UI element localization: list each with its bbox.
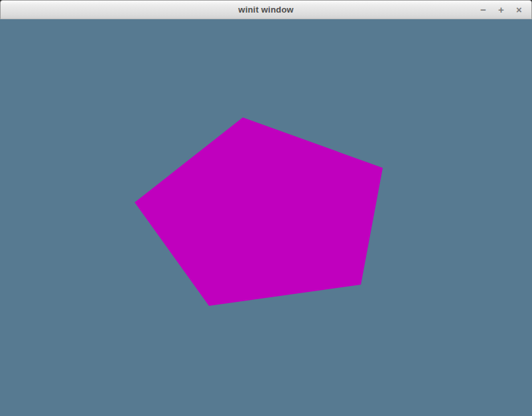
- maximize-button[interactable]: +: [495, 3, 507, 17]
- titlebar[interactable]: winit window − + ×: [0, 0, 532, 19]
- window-controls: − + ×: [477, 1, 525, 19]
- app-canvas: [0, 19, 532, 416]
- minimize-button[interactable]: −: [477, 3, 490, 17]
- pentagon-shape: [135, 117, 383, 306]
- window-title: winit window: [238, 5, 293, 15]
- window-content: [0, 19, 532, 416]
- winit-window: winit window − + ×: [0, 0, 532, 416]
- close-button[interactable]: ×: [513, 3, 525, 17]
